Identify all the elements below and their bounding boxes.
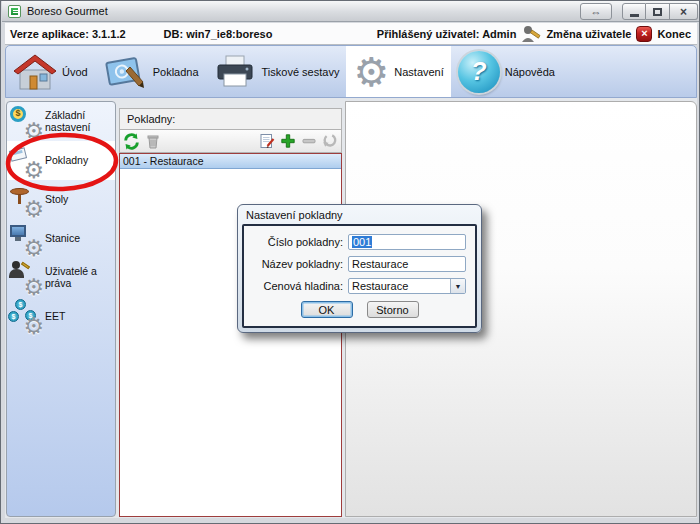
- sidebar-item-label: Stanice: [45, 233, 80, 244]
- home-icon: [13, 53, 57, 91]
- settings-sidebar: $⚙ Základní nastavení ⚙ Pokladny ⚙ Stoly…: [6, 101, 116, 517]
- change-user-icon: [521, 25, 541, 43]
- sidebar-item-uzivatele-a-prava[interactable]: ⚙ Uživatelé a práva: [7, 258, 115, 297]
- app-window: Boreso Gourmet ⇔ × Verze aplikace: 3.1.1…: [0, 0, 700, 524]
- edit-icon[interactable]: [258, 133, 275, 150]
- undo-icon[interactable]: [321, 133, 338, 150]
- ok-button[interactable]: OK: [301, 301, 353, 318]
- cenova-hladina-dropdown[interactable]: Restaurace ▼: [348, 278, 466, 294]
- storno-button[interactable]: Storno: [367, 301, 419, 318]
- minimize-icon: [630, 14, 639, 17]
- tab-nastaveni[interactable]: ⚙ Nastavení: [346, 46, 450, 97]
- sidebar-item-eet[interactable]: $ $ $ ⚙ EET: [7, 297, 115, 336]
- exit-icon: ×: [636, 26, 652, 42]
- gear-icon: ⚙: [353, 52, 389, 92]
- chevron-down-icon[interactable]: ▼: [450, 279, 465, 293]
- logged-user-label: Přihlášený uživatel: Admin: [377, 28, 517, 40]
- maximize-icon: [653, 8, 662, 16]
- sidebar-item-stanice[interactable]: ⚙ Stanice: [7, 219, 115, 258]
- cislo-pokladny-input[interactable]: 001: [348, 234, 466, 250]
- sidebar-item-zakladni-nastaveni[interactable]: $⚙ Základní nastavení: [7, 102, 115, 141]
- list-panel-title: Pokladny:: [127, 113, 175, 125]
- tab-tiskove-sestavy[interactable]: Tiskové sestavy: [206, 46, 347, 97]
- close-icon: ×: [680, 5, 687, 19]
- sidebar-item-pokladny[interactable]: ⚙ Pokladny: [7, 141, 115, 180]
- field-label-nazev-pokladny: Název pokladny:: [244, 258, 348, 270]
- cash-register-gear-icon: ⚙: [9, 143, 43, 179]
- dialog-title-bar: Nastavení pokladny: [238, 205, 481, 224]
- list-toolbar: [119, 130, 342, 153]
- nazev-pokladny-input[interactable]: Restaurace: [348, 256, 466, 272]
- tab-napoveda[interactable]: ? Nápověda: [451, 46, 562, 97]
- resize-horizontal-icon: ⇔: [591, 6, 602, 18]
- close-button[interactable]: ×: [670, 3, 698, 20]
- sidebar-item-stoly[interactable]: ⚙ Stoly: [7, 180, 115, 219]
- window-title: Boreso Gourmet: [27, 5, 108, 17]
- table-gear-icon: ⚙: [9, 182, 43, 218]
- add-icon[interactable]: [279, 133, 296, 150]
- tab-label: Nápověda: [505, 66, 555, 78]
- minimize-button[interactable]: [622, 3, 646, 20]
- resize-horizontal-button[interactable]: ⇔: [580, 3, 612, 20]
- tab-label: Úvod: [62, 66, 88, 78]
- app-logo-icon: [8, 5, 21, 18]
- list-panel-header: Pokladny:: [119, 108, 342, 130]
- field-label-cislo-pokladny: Číslo pokladny:: [244, 236, 348, 248]
- tab-bar: Úvod Pokladna Tiskové sestavy: [5, 45, 697, 98]
- sidebar-item-label: Pokladny: [45, 155, 88, 166]
- touchscreen-icon: [102, 52, 148, 92]
- monitor-gear-icon: ⚙: [9, 221, 43, 257]
- exit-button[interactable]: Konec: [657, 28, 691, 40]
- tab-uvod[interactable]: Úvod: [6, 46, 95, 97]
- tab-label: Nastavení: [394, 66, 444, 78]
- coins-gear-icon: $ $ $ ⚙: [9, 299, 43, 335]
- tab-label: Pokladna: [153, 66, 199, 78]
- info-bar: Verze aplikace: 3.1.1.2 DB: win7_ie8:bor…: [5, 23, 697, 45]
- tab-label: Tiskové sestavy: [262, 66, 340, 78]
- title-bar: Boreso Gourmet ⇔ ×: [2, 1, 700, 22]
- sidebar-item-label: Stoly: [45, 194, 68, 205]
- refresh-icon[interactable]: [123, 133, 140, 150]
- sidebar-item-label: Základní nastavení: [45, 110, 115, 132]
- field-label-cenova-hladina: Cenová hladina:: [244, 280, 348, 292]
- maximize-button[interactable]: [646, 3, 670, 20]
- sidebar-item-label: EET: [45, 311, 65, 322]
- sidebar-item-label: Uživatelé a práva: [45, 266, 115, 288]
- remove-icon[interactable]: [300, 133, 317, 150]
- printer-icon: [213, 54, 257, 90]
- dialog-title: Nastavení pokladny: [246, 209, 343, 221]
- database-label: DB: win7_ie8:boreso: [164, 28, 273, 40]
- dialog-body: Číslo pokladny: 001 Název pokladny: Rest…: [242, 224, 477, 328]
- settings-dialog: Nastavení pokladny Číslo pokladny: 001 N…: [237, 204, 482, 333]
- change-user-link[interactable]: Změna uživatele: [546, 28, 631, 40]
- delete-icon[interactable]: [144, 133, 161, 150]
- coin-gear-icon: $⚙: [9, 104, 43, 140]
- help-icon: ?: [458, 51, 500, 93]
- user-gear-icon: ⚙: [9, 260, 43, 296]
- tab-pokladna[interactable]: Pokladna: [95, 46, 206, 97]
- list-item[interactable]: 001 - Restaurace: [120, 154, 341, 169]
- app-version-label: Verze aplikace: 3.1.1.2: [10, 28, 126, 40]
